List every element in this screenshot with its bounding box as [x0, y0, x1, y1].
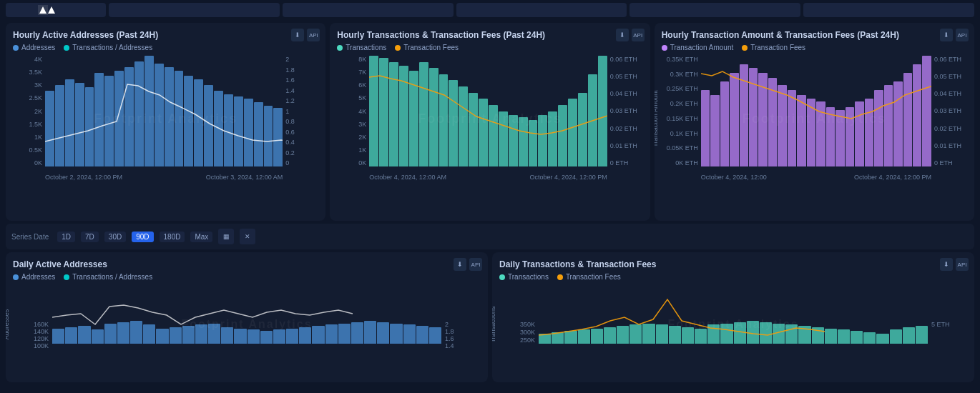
chart5-y-left-label: Transactions — [492, 306, 496, 342]
bar — [369, 56, 378, 166]
top-bar-item-3 — [456, 3, 627, 17]
bar — [143, 324, 155, 344]
bar — [863, 332, 876, 344]
bar — [773, 324, 785, 344]
calendar-icon[interactable]: ▦ — [218, 229, 234, 244]
chart1-y-left: 4K 3.5K 3K 2.5K 2K 1.5K 1K 0.5K 0K — [13, 56, 45, 166]
bar — [429, 68, 438, 166]
bar — [65, 327, 77, 344]
bar — [117, 322, 129, 344]
bar — [778, 85, 786, 166]
series-btn-30d[interactable]: 30D — [104, 232, 126, 242]
series-btn-90d[interactable]: 90D — [132, 232, 153, 242]
legend-dot-daily-fees — [557, 274, 563, 280]
series-date-row: Series Date 1D 7D 30D 90D 180D Max ▦ ✕ — [6, 224, 974, 249]
chart3-y-right: 0.06 ETH 0.05 ETH 0.04 ETH 0.03 ETH 0.02… — [931, 56, 967, 166]
legend-dot-addresses — [13, 45, 19, 51]
download-icon-4[interactable]: ⬇ — [454, 258, 466, 271]
bar — [499, 111, 508, 167]
top-bar-item-1 — [109, 3, 280, 17]
api-icon-5[interactable]: API — [956, 258, 969, 271]
bar — [797, 95, 805, 166]
bar — [826, 107, 835, 166]
bar — [825, 329, 837, 344]
bar — [351, 322, 363, 344]
bar — [812, 327, 824, 344]
chart1-y-left-label: Addresses — [6, 103, 7, 134]
bar — [286, 329, 298, 344]
bar — [578, 93, 587, 166]
bar — [768, 78, 777, 166]
bar — [865, 99, 873, 166]
chart3-area: 0.35K ETH 0.3K ETH 0.25K ETH 0.2K ETH 0.… — [662, 56, 967, 181]
close-series-icon[interactable]: ✕ — [240, 229, 255, 244]
bar — [104, 76, 114, 166]
bar — [204, 85, 213, 166]
bar — [785, 324, 798, 344]
legend-label-daily-addr: Addresses — [21, 273, 55, 281]
bar — [591, 329, 603, 344]
api-icon-3[interactable]: API — [956, 29, 969, 41]
download-icon-2[interactable]: ⬇ — [616, 29, 629, 41]
bar — [552, 332, 564, 344]
bar — [124, 67, 134, 166]
bar — [459, 86, 468, 166]
api-icon[interactable]: API — [307, 29, 320, 41]
chart5-y-right: 5 ETH — [928, 321, 966, 344]
chart5-legend: Transactions Transaction Fees — [499, 273, 967, 281]
bar — [669, 326, 681, 344]
chart1-y-right: 2 1.8 1.6 1.4 1.2 1 0.8 0.6 0.4 0.2 0 — [283, 56, 318, 166]
bar — [642, 324, 655, 344]
bar — [548, 111, 557, 167]
download-icon-3[interactable]: ⬇ — [940, 29, 953, 41]
bar — [529, 120, 538, 166]
chart3-y-left-label: Transaction Amount — [655, 90, 659, 147]
legend-dot-fees-3 — [742, 45, 748, 51]
bar — [114, 71, 124, 166]
bar — [175, 71, 184, 166]
download-icon[interactable]: ⬇ — [291, 29, 304, 41]
bar — [244, 99, 253, 166]
legend-daily-addr: Addresses — [13, 273, 55, 281]
bar — [312, 326, 324, 344]
bar — [156, 329, 168, 344]
bar — [389, 62, 398, 166]
bar — [876, 334, 888, 344]
chart2-y-left-label: Transactions — [330, 100, 331, 136]
chart-daily-active: ⬇ API Daily Active Addresses Addresses T… — [6, 252, 488, 382]
legend-tx-fees: Transaction Fees — [395, 44, 459, 51]
series-btn-7d[interactable]: 7D — [81, 232, 99, 242]
bar — [248, 329, 260, 344]
bar — [747, 321, 759, 344]
bar — [922, 56, 931, 166]
bar — [377, 322, 389, 344]
download-icon-5[interactable]: ⬇ — [940, 258, 953, 271]
series-btn-180d[interactable]: 180D — [160, 232, 185, 242]
legend-tx-per-addr: Transactions / Addresses — [64, 44, 152, 51]
bar — [155, 64, 164, 166]
bar — [52, 329, 64, 344]
api-icon-2[interactable]: API — [632, 29, 645, 41]
chart4-y-left-label: Addresses — [6, 309, 10, 340]
bar — [564, 331, 577, 344]
bar — [409, 71, 418, 166]
legend-dot-tx — [337, 45, 343, 51]
legend-tx-amount: Transaction Amount — [662, 44, 734, 51]
chart2-x-label-1: October 4, 2024, 12:00 AM — [369, 174, 446, 181]
bar — [85, 87, 94, 166]
legend-dot-daily-tx-addr — [64, 274, 69, 280]
series-btn-max[interactable]: Max — [190, 232, 212, 242]
bottom-charts-row: ⬇ API Daily Active Addresses Addresses T… — [0, 249, 980, 385]
chart2-x-label-2: October 4, 2024, 12:00 PM — [530, 174, 607, 181]
bar — [916, 326, 928, 344]
legend-daily-fees: Transaction Fees — [557, 273, 621, 281]
bar — [130, 321, 142, 344]
series-btn-1d[interactable]: 1D — [57, 232, 75, 242]
bar — [403, 324, 416, 344]
bar — [134, 61, 144, 166]
bar — [740, 64, 748, 166]
legend-label-tx-per-addr: Transactions / Addresses — [72, 44, 152, 51]
bar — [720, 324, 732, 344]
api-icon-4[interactable]: API — [469, 258, 482, 271]
chart3-title: Hourly Transaction Amount & Transaction … — [662, 30, 967, 40]
